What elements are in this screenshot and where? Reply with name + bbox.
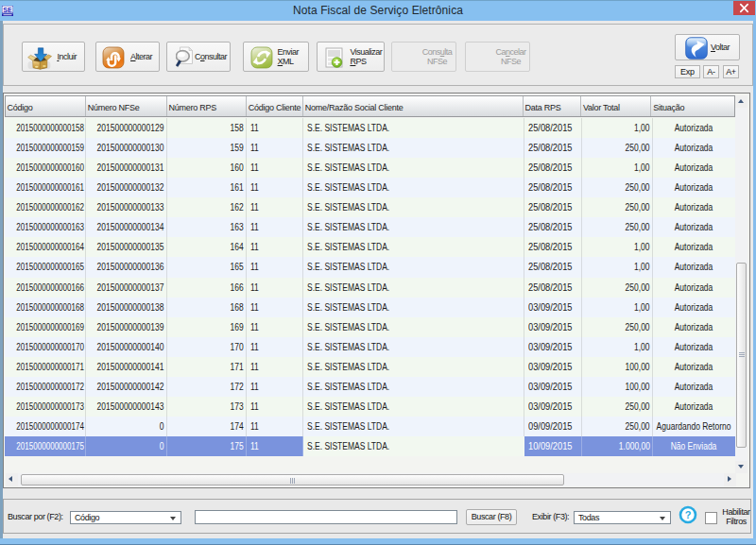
svg-text:?: ? xyxy=(685,509,692,520)
svg-text:SE: SE xyxy=(3,7,12,13)
